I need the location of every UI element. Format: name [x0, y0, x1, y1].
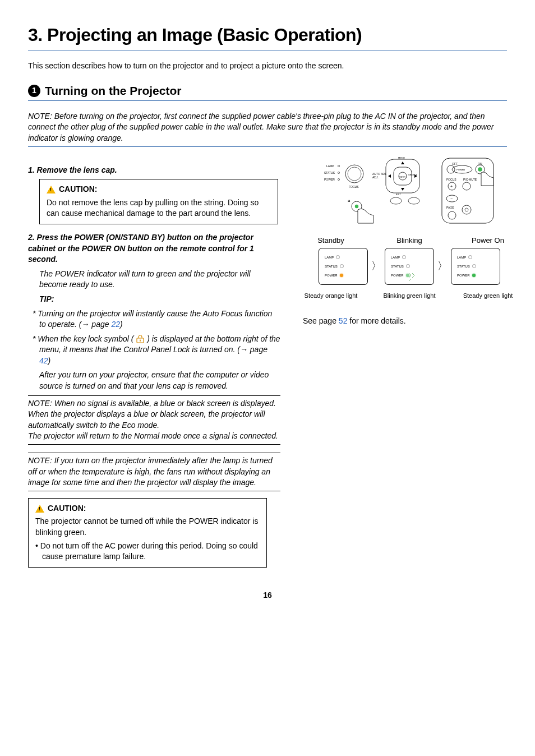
- tip-1: * Turning on the projector will instantl…: [39, 308, 280, 330]
- svg-text:⏻: ⏻: [348, 200, 350, 202]
- warning-icon: [47, 186, 56, 193]
- link-page-22[interactable]: 22: [111, 320, 120, 329]
- poweron-sublabel: Steady green light: [454, 292, 522, 300]
- state-cards: LAMP STATUS POWER 〉 LAMP STATUS POWER 〉 …: [319, 248, 500, 285]
- svg-text:SELECT: SELECT: [408, 173, 417, 176]
- divider: [28, 491, 280, 491]
- svg-point-28: [390, 197, 402, 204]
- divider: [28, 146, 507, 147]
- state-card-poweron: LAMP STATUS POWER: [451, 248, 500, 285]
- state-blinking-label: Blinking: [376, 236, 443, 246]
- svg-point-37: [478, 167, 482, 172]
- svg-text:ADJ.: ADJ.: [372, 176, 379, 179]
- warning-icon: [35, 505, 44, 513]
- svg-point-42: [463, 182, 471, 190]
- caution-header: CAUTION:: [48, 503, 86, 514]
- state-card-standby: LAMP STATUS POWER: [319, 248, 368, 285]
- link-page-42[interactable]: 42: [39, 356, 48, 365]
- after-text: After you turn on your projector, ensure…: [39, 370, 280, 391]
- svg-text:EXIT: EXIT: [396, 193, 401, 196]
- svg-text:+: +: [450, 185, 453, 188]
- divider: [28, 444, 280, 445]
- divider: [28, 453, 280, 453]
- svg-text:STATUS: STATUS: [324, 171, 335, 174]
- state-card-blinking: LAMP STATUS POWER: [385, 248, 434, 285]
- svg-marker-15: [401, 162, 404, 164]
- caution-box-2: CAUTION: The projector cannot be turned …: [28, 498, 267, 568]
- intro-text: This section describes how to turn on th…: [28, 61, 507, 72]
- divider: [28, 50, 507, 50]
- step2-body: The POWER indicator will turn to green a…: [39, 269, 280, 291]
- svg-point-10: [348, 167, 361, 181]
- svg-point-4: [338, 165, 339, 167]
- standby-sublabel: Steady orange light: [297, 292, 365, 300]
- svg-marker-16: [401, 188, 404, 191]
- tip-2: * When the key lock symbol ( ) is displa…: [39, 334, 280, 367]
- arrow-icon: 〉: [371, 259, 381, 273]
- svg-text:−: −: [450, 197, 453, 201]
- blinking-sublabel: Blinking green light: [376, 292, 443, 300]
- lock-icon: [136, 335, 145, 343]
- divider: [28, 100, 507, 101]
- projector-panel-svg: LAMP STATUS POWER FOCUS MENU: [323, 157, 430, 224]
- caution-header: CAUTION:: [59, 184, 97, 195]
- remote-top-svg: OFF ON POWER FOCUS PIC-MUTE + − PAGE: [440, 157, 496, 224]
- svg-point-8: [338, 178, 339, 180]
- svg-text:PIC-MUTE: PIC-MUTE: [463, 178, 477, 181]
- state-poweron-label: Power On: [454, 236, 522, 246]
- state-standby-label: Standby: [297, 236, 365, 246]
- svg-text:POWER: POWER: [324, 178, 335, 181]
- svg-text:FOCUS: FOCUS: [349, 185, 359, 188]
- svg-point-9: [345, 165, 363, 183]
- chapter-title: 3. Projecting an Image (Basic Operation): [28, 22, 507, 48]
- caution-bullet: • Do not turn off the AC power during th…: [35, 541, 260, 563]
- step-2: 2. Press the POWER (ON/STAND BY) button …: [28, 232, 280, 265]
- control-panel-diagram: LAMP STATUS POWER FOCUS MENU: [323, 157, 496, 224]
- svg-text:LAMP: LAMP: [326, 164, 334, 168]
- svg-text:POWER: POWER: [456, 168, 465, 171]
- caution-line1: The projector cannot be turned off while…: [35, 516, 260, 538]
- svg-text:MENU: MENU: [398, 157, 405, 159]
- note-fans: NOTE: If you turn on the projector immed…: [28, 455, 280, 488]
- svg-text:ENTER: ENTER: [399, 176, 405, 178]
- state-headers: Standby Blinking Power On: [297, 236, 522, 246]
- svg-point-6: [338, 172, 339, 173]
- svg-point-46: [462, 205, 471, 214]
- caution-box-1: CAUTION: Do not remove the lens cap by p…: [39, 179, 278, 224]
- link-page-52[interactable]: 52: [339, 316, 348, 325]
- svg-text:FOCUS: FOCUS: [446, 178, 456, 181]
- svg-text:OFF: OFF: [452, 162, 458, 165]
- svg-marker-17: [388, 174, 391, 178]
- svg-rect-30: [442, 158, 494, 223]
- divider: [28, 395, 280, 396]
- svg-point-26: [355, 204, 358, 208]
- state-sublabels: Steady orange light Blinking green light…: [297, 292, 522, 300]
- arrow-icon: 〉: [437, 259, 448, 273]
- caution-body: Do not remove the lens cap by pulling on…: [47, 197, 271, 219]
- svg-point-35: [447, 165, 455, 173]
- section-title-text: Turning on the Projector: [45, 82, 181, 99]
- tip-label: TIP:: [39, 294, 280, 305]
- note-top: NOTE: Before turning on the projector, f…: [28, 111, 507, 144]
- see-page-note: See page 52 for more details.: [303, 316, 406, 327]
- svg-point-29: [408, 197, 419, 204]
- note-nosignal: NOTE: When no signal is available, a blu…: [28, 398, 280, 442]
- step-1: 1. Remove the lens cap.: [28, 165, 280, 176]
- svg-point-47: [465, 208, 468, 211]
- section-heading: 1 Turning on the Projector: [28, 82, 507, 99]
- svg-text:PAGE: PAGE: [446, 206, 454, 209]
- page-number: 16: [28, 590, 507, 601]
- svg-point-48: [448, 211, 456, 219]
- section-number-badge: 1: [28, 85, 40, 97]
